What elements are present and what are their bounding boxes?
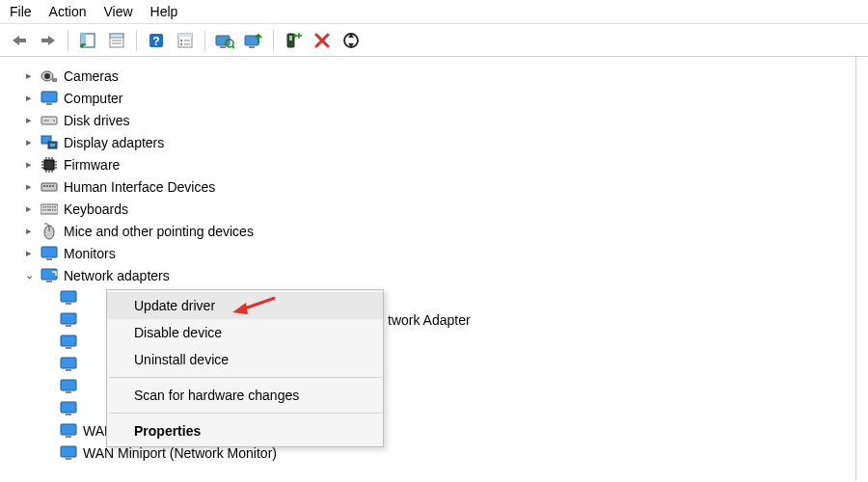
action-list-button[interactable]: [174, 29, 197, 52]
svg-rect-81: [66, 391, 71, 393]
properties-button[interactable]: [105, 29, 128, 52]
tree-node-computer[interactable]: ▸ Computer: [17, 87, 855, 109]
expand-icon[interactable]: ▸: [23, 180, 35, 193]
update-driver-button[interactable]: [242, 29, 265, 52]
svg-rect-36: [44, 160, 54, 170]
back-button[interactable]: [8, 29, 31, 52]
scan-hardware-button[interactable]: [213, 29, 236, 52]
svg-rect-28: [41, 92, 57, 102]
menu-view[interactable]: View: [103, 4, 132, 19]
tree-label: Cameras: [64, 68, 119, 84]
uninstall-device-button[interactable]: [282, 29, 305, 52]
svg-rect-76: [61, 335, 76, 346]
tree-node-cameras[interactable]: ▸ Cameras: [17, 65, 855, 87]
svg-point-12: [180, 40, 182, 41]
expand-icon[interactable]: ▸: [23, 69, 35, 82]
mouse-icon: [41, 223, 58, 240]
tree-label-peek: twork Adapter: [388, 312, 471, 328]
network-icon: [60, 289, 77, 307]
svg-rect-29: [46, 103, 52, 105]
menu-bar: File Action View Help: [0, 0, 868, 24]
svg-rect-75: [66, 325, 71, 327]
firmware-icon: [41, 156, 58, 174]
svg-text:?: ?: [152, 35, 159, 48]
tree-node-monitors[interactable]: ▸ Monitors: [17, 242, 855, 264]
expand-icon[interactable]: ▸: [23, 158, 35, 171]
tree-node-mice[interactable]: ▸ Mice and other pointing devices: [17, 220, 855, 242]
svg-rect-62: [45, 209, 47, 211]
expand-icon[interactable]: ▸: [23, 114, 35, 126]
menu-action[interactable]: Action: [49, 4, 87, 19]
tree-node-hid[interactable]: ▸ Human Interface Devices: [17, 175, 855, 198]
collapse-icon[interactable]: ⌄: [23, 269, 35, 281]
tree-label: Monitors: [64, 246, 116, 261]
svg-rect-52: [49, 185, 51, 187]
disable-device-button[interactable]: [339, 29, 363, 52]
show-hide-tree-button[interactable]: [76, 29, 99, 52]
tree-label: Keyboards: [64, 201, 128, 217]
svg-rect-68: [41, 247, 57, 257]
monitor-icon: [41, 90, 58, 107]
svg-rect-84: [61, 424, 76, 435]
expand-icon[interactable]: ▸: [23, 247, 35, 259]
network-icon: [60, 378, 77, 395]
forward-button[interactable]: [37, 29, 60, 52]
keyboard-icon: [41, 201, 58, 218]
tree-label: Human Interface Devices: [64, 179, 215, 195]
svg-rect-82: [61, 402, 76, 413]
tree-node-keyboards[interactable]: ▸ Keyboards: [17, 198, 855, 220]
camera-icon: [41, 67, 58, 85]
hid-icon: [41, 178, 58, 196]
tree-node-display-adapters[interactable]: ▸ Display adapters: [17, 131, 855, 153]
svg-rect-87: [66, 458, 71, 460]
ctx-uninstall-device[interactable]: Uninstall device: [107, 346, 383, 373]
svg-rect-1: [41, 39, 49, 42]
expand-icon[interactable]: ▸: [23, 92, 35, 104]
delete-button[interactable]: [311, 29, 334, 52]
menu-file[interactable]: File: [10, 4, 32, 19]
svg-rect-79: [66, 369, 71, 371]
network-icon: [60, 356, 77, 373]
tree-node-disk-drives[interactable]: ▸ Disk drives: [17, 109, 855, 131]
svg-rect-60: [55, 206, 57, 208]
svg-rect-73: [66, 303, 71, 305]
svg-rect-86: [61, 446, 76, 457]
svg-line-19: [232, 46, 234, 48]
disk-icon: [41, 112, 58, 129]
menu-help[interactable]: Help: [150, 4, 178, 19]
svg-rect-55: [42, 206, 44, 208]
svg-rect-59: [52, 206, 54, 208]
svg-rect-78: [61, 358, 76, 368]
tree-label: Network adapters: [64, 268, 170, 283]
svg-rect-32: [43, 120, 49, 121]
network-icon: [60, 311, 77, 329]
ctx-properties[interactable]: Properties: [107, 417, 383, 444]
svg-rect-69: [46, 258, 52, 260]
ctx-scan-hardware[interactable]: Scan for hardware changes: [107, 382, 383, 409]
svg-rect-80: [61, 380, 76, 390]
ctx-disable-device[interactable]: Disable device: [107, 319, 383, 346]
svg-rect-77: [66, 347, 71, 349]
tree-label: Firmware: [64, 157, 120, 173]
help-button[interactable]: ?: [145, 29, 168, 52]
expand-icon[interactable]: ▸: [23, 225, 35, 237]
svg-rect-61: [42, 209, 44, 211]
display-adapter-icon: [41, 134, 58, 151]
svg-point-26: [44, 73, 50, 79]
svg-rect-50: [43, 185, 45, 187]
svg-rect-51: [46, 185, 48, 187]
expand-icon[interactable]: ▸: [23, 136, 35, 148]
tree-node-network-adapters[interactable]: ⌄ Network adapters: [17, 264, 855, 286]
ctx-separator: [109, 377, 381, 378]
svg-rect-83: [66, 414, 71, 415]
toolbar: ?: [0, 24, 868, 57]
tree-node-firmware[interactable]: ▸ Firmware: [17, 153, 855, 175]
svg-rect-70: [41, 269, 57, 280]
tree-label: Disk drives: [64, 113, 129, 128]
svg-point-13: [180, 43, 182, 45]
ctx-update-driver[interactable]: Update driver: [107, 292, 383, 319]
network-icon: [60, 444, 77, 462]
expand-icon[interactable]: ▸: [23, 202, 35, 215]
network-icon: [60, 422, 77, 440]
svg-rect-64: [52, 209, 54, 211]
